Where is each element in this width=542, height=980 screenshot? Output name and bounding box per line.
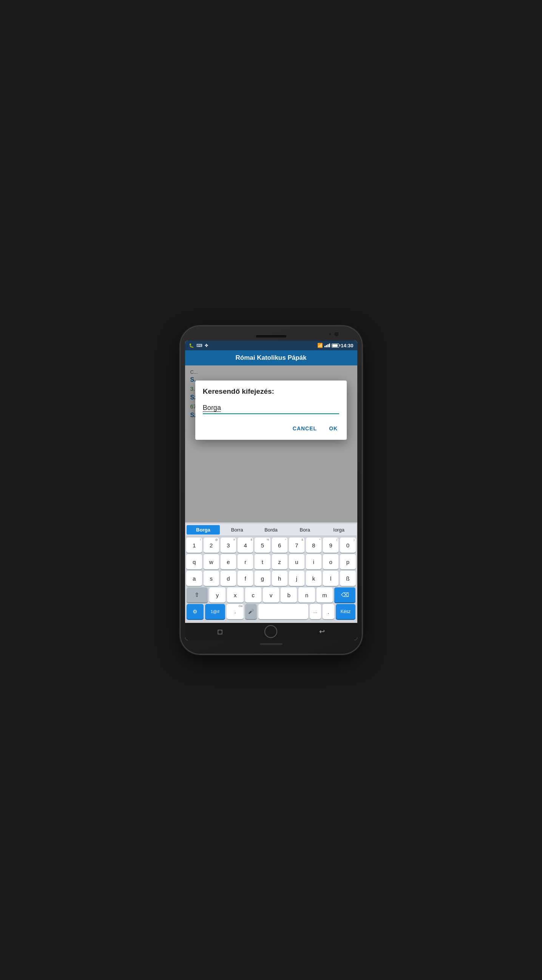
- symbols-key[interactable]: 1@#: [205, 604, 225, 619]
- dialog-input-wrapper[interactable]: [203, 402, 339, 414]
- key-v[interactable]: v: [263, 587, 279, 603]
- search-input[interactable]: [203, 402, 339, 414]
- key-f[interactable]: f: [238, 571, 253, 586]
- battery-fill: [332, 344, 338, 347]
- suggestion-iorga[interactable]: Iorga: [322, 525, 356, 535]
- cancel-button[interactable]: CANCEL: [291, 422, 319, 434]
- main-content: C... S... 3... Szent Lincz 67 - 76 / 79 …: [185, 366, 357, 522]
- key-y[interactable]: y: [209, 587, 225, 603]
- screen: 🐛 ⌨ ✤ 📶 14:30 Római Katolikus Pá: [185, 340, 357, 640]
- comma-key[interactable]: Ctrl,: [226, 604, 244, 619]
- dialog-actions: CANCEL OK: [203, 421, 339, 436]
- key-6[interactable]: ^6: [272, 538, 287, 553]
- key-t[interactable]: t: [255, 554, 270, 569]
- app-title: Római Katolikus Pápák: [235, 354, 306, 361]
- backspace-key[interactable]: ⌫: [334, 587, 355, 603]
- key-u[interactable]: u: [289, 554, 304, 569]
- key-i[interactable]: i: [306, 554, 321, 569]
- spacebar-key[interactable]: [258, 604, 308, 619]
- camera-area: [328, 331, 339, 337]
- key-l[interactable]: l: [323, 571, 338, 586]
- key-z[interactable]: z: [272, 554, 287, 569]
- settings-key[interactable]: ⚙: [187, 604, 204, 619]
- speaker-grille: [256, 335, 286, 337]
- battery-icon: [332, 344, 339, 348]
- key-3[interactable]: #3: [221, 538, 236, 553]
- phone-bottom-chin: [185, 640, 357, 646]
- key-7[interactable]: &7: [289, 538, 304, 553]
- signal-bar-3: [327, 344, 328, 347]
- key-4[interactable]: $4: [238, 538, 253, 553]
- key-k[interactable]: k: [306, 571, 321, 586]
- dots-key[interactable]: …: [310, 604, 321, 619]
- dialog-title: Keresendő kifejezés:: [203, 387, 339, 396]
- key-row-numbers: !1 @2 #3 $4 %5 ^6 &7 *8 (9 )0: [187, 538, 356, 553]
- key-x[interactable]: x: [227, 587, 243, 603]
- camera-sensor: [328, 332, 332, 336]
- move-icon: ✤: [205, 343, 208, 348]
- suggestion-borga[interactable]: Borga: [187, 525, 220, 535]
- key-0[interactable]: )0: [340, 538, 355, 553]
- key-w[interactable]: w: [204, 554, 219, 569]
- search-dialog: Keresendő kifejezés: CANCEL OK: [195, 380, 347, 440]
- signal-bar-2: [326, 345, 327, 347]
- key-o[interactable]: o: [323, 554, 338, 569]
- wifi-icon: 📶: [317, 343, 323, 348]
- key-sz[interactable]: ß: [340, 571, 355, 586]
- bug-icon: 🐛: [189, 343, 194, 348]
- signal-bar-1: [324, 346, 325, 347]
- camera-lens: [334, 331, 339, 337]
- key-m[interactable]: m: [317, 587, 333, 603]
- keyboard-area: Borga Borra Borda Bora Iorga !1 @2 #3 $4…: [185, 522, 357, 623]
- key-2[interactable]: @2: [204, 538, 219, 553]
- key-5[interactable]: %5: [255, 538, 270, 553]
- key-row-special: ⚙ 1@# Ctrl, 🎤 … . Kész: [187, 604, 356, 619]
- key-row-q: q w e r t z u i o p: [187, 554, 356, 569]
- key-e[interactable]: e: [221, 554, 236, 569]
- status-left-icons: 🐛 ⌨ ✤: [189, 343, 208, 348]
- suggestions-bar: Borga Borra Borda Bora Iorga: [186, 524, 357, 536]
- signal-bar-4: [329, 344, 330, 347]
- suggestion-borda[interactable]: Borda: [254, 525, 288, 535]
- app-bar: Római Katolikus Pápák: [185, 350, 357, 366]
- back-button[interactable]: ↩: [319, 627, 325, 636]
- status-right-icons: 📶 14:30: [317, 343, 353, 348]
- suggestion-borra[interactable]: Borra: [220, 525, 254, 535]
- key-g[interactable]: g: [255, 571, 270, 586]
- key-s[interactable]: s: [204, 571, 219, 586]
- keyboard-icon: ⌨: [196, 343, 202, 348]
- key-j[interactable]: j: [289, 571, 304, 586]
- chin-bar: [260, 643, 282, 645]
- bottom-nav: ◻ ↩: [185, 623, 357, 640]
- key-n[interactable]: n: [298, 587, 315, 603]
- ok-button[interactable]: OK: [327, 422, 339, 434]
- status-bar: 🐛 ⌨ ✤ 📶 14:30: [185, 340, 357, 350]
- dialog-overlay: Keresendő kifejezés: CANCEL OK: [185, 366, 357, 522]
- key-9[interactable]: (9: [323, 538, 338, 553]
- key-row-a: a s d f g h j k l ß: [187, 571, 356, 586]
- key-d[interactable]: d: [221, 571, 236, 586]
- key-row-y: ⇧ y x c v b n m ⌫: [187, 587, 356, 603]
- shift-key[interactable]: ⇧: [187, 587, 208, 603]
- status-time: 14:30: [341, 343, 353, 348]
- recents-button[interactable]: ◻: [217, 627, 223, 636]
- key-q[interactable]: q: [186, 554, 202, 569]
- suggestion-bora[interactable]: Bora: [288, 525, 322, 535]
- period-key[interactable]: .: [322, 604, 334, 619]
- key-h[interactable]: h: [272, 571, 287, 586]
- home-button[interactable]: [265, 625, 277, 638]
- key-b[interactable]: b: [281, 587, 297, 603]
- key-p[interactable]: p: [340, 554, 355, 569]
- done-key[interactable]: Kész: [336, 604, 356, 619]
- key-a[interactable]: a: [186, 571, 202, 586]
- key-1[interactable]: !1: [186, 538, 202, 553]
- signal-bars: [324, 344, 330, 347]
- mic-key[interactable]: 🎤: [245, 604, 257, 619]
- phone-shell: 🐛 ⌨ ✤ 📶 14:30 Római Katolikus Pá: [180, 326, 362, 654]
- key-c[interactable]: c: [245, 587, 261, 603]
- key-8[interactable]: *8: [306, 538, 321, 553]
- key-r[interactable]: r: [238, 554, 253, 569]
